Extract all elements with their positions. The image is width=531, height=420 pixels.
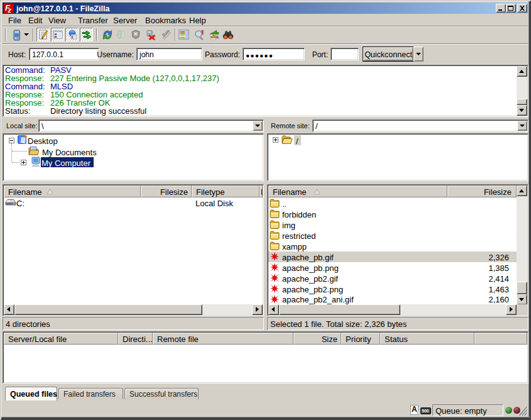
svg-text:z: z: [7, 6, 11, 13]
